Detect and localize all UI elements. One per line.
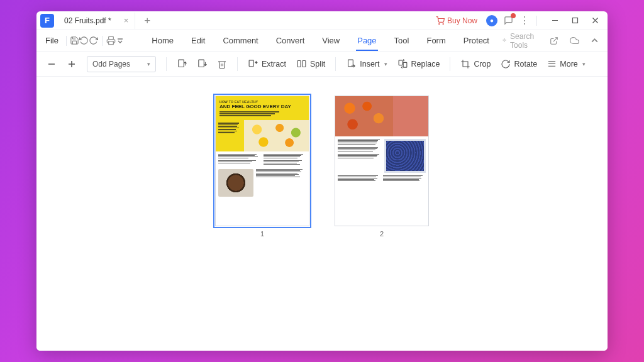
page-selection-dropdown[interactable]: Odd Pages ▾ [87, 56, 156, 72]
page-number-2: 2 [380, 230, 384, 238]
insert-icon [346, 58, 357, 69]
tab-home[interactable]: Home [143, 30, 182, 51]
page-thumbnail-1[interactable]: HOW TO EAT HEALTHY AND FEEL GOOD EVERY D… [215, 96, 309, 226]
buy-now-button[interactable]: Buy Now [436, 16, 477, 25]
app-logo: F [40, 14, 54, 28]
quickaccess-dropdown-icon[interactable] [116, 33, 124, 49]
zoom-out-button[interactable] [43, 55, 60, 73]
maximize-button[interactable] [566, 13, 584, 28]
tab-close-icon[interactable]: × [124, 16, 129, 25]
tab-comment[interactable]: Comment [214, 30, 267, 51]
extract-button[interactable]: Extract [244, 55, 290, 73]
search-tools-label: Search Tools [510, 32, 537, 50]
svg-rect-18 [403, 62, 407, 67]
rotate-button[interactable]: Rotate [497, 55, 541, 73]
sparkle-icon [502, 36, 507, 45]
document-tab[interactable]: 02 Fruits.pdf * × [58, 13, 135, 29]
new-tab-button[interactable]: + [139, 14, 155, 27]
rotate-label: Rotate [514, 60, 537, 69]
svg-rect-3 [572, 18, 577, 23]
page-thumb-wrapper: 2 [335, 96, 429, 238]
menu-tabs: Home Edit Comment Convert View Page Tool… [143, 30, 498, 51]
document-name: 02 Fruits.pdf * [64, 16, 111, 25]
svg-rect-12 [198, 60, 204, 67]
zoom-in-button[interactable] [63, 55, 80, 73]
tab-view[interactable]: View [313, 30, 348, 51]
split-button[interactable]: Split [292, 55, 329, 73]
app-window: F 02 Fruits.pdf * × + Buy Now ● ⋮ File [36, 11, 608, 351]
page-number-1: 1 [260, 230, 264, 238]
extract-label: Extract [262, 60, 286, 69]
tab-page[interactable]: Page [348, 30, 385, 51]
tab-tool[interactable]: Tool [386, 30, 418, 51]
svg-rect-16 [348, 60, 353, 67]
cloud-icon[interactable] [566, 33, 582, 49]
tab-edit[interactable]: Edit [182, 30, 214, 51]
tab-convert[interactable]: Convert [267, 30, 314, 51]
page-thumbnail-2[interactable] [335, 96, 429, 226]
page-thumbnails-area: HOW TO EAT HEALTHY AND FEEL GOOD EVERY D… [36, 77, 608, 351]
split-icon [296, 58, 307, 69]
svg-rect-11 [178, 60, 184, 67]
cart-icon [436, 16, 445, 25]
page1-title: AND FEEL GOOD EVERY DAY [219, 104, 305, 109]
page-toolbar: Odd Pages ▾ Extract Split Insert ▾ Repla… [36, 52, 608, 77]
search-tools[interactable]: Search Tools [498, 32, 541, 50]
delete-page-icon[interactable] [213, 55, 231, 73]
more-icon [547, 59, 557, 69]
close-button[interactable] [586, 13, 604, 28]
svg-point-0 [439, 23, 440, 24]
insert-page-after-icon[interactable] [193, 55, 211, 73]
rotate-icon [501, 59, 511, 69]
collapse-ribbon-icon[interactable] [586, 33, 602, 49]
print-icon[interactable] [106, 33, 116, 49]
buy-now-label: Buy Now [447, 16, 477, 25]
svg-point-1 [443, 23, 443, 24]
menu-bar: File Home Edit Comment Convert View Page… [36, 30, 608, 52]
more-button[interactable]: More ▾ [543, 55, 589, 73]
redo-icon[interactable] [89, 33, 98, 49]
svg-rect-17 [399, 60, 402, 65]
replace-label: Replace [411, 60, 440, 69]
chevron-down-icon: ▾ [147, 61, 150, 67]
tab-protect[interactable]: Protect [455, 30, 498, 51]
svg-rect-15 [303, 61, 306, 67]
chevron-down-icon: ▾ [582, 61, 586, 67]
svg-line-7 [553, 37, 557, 41]
more-menu-icon[interactable]: ⋮ [518, 14, 531, 28]
svg-rect-6 [109, 41, 114, 45]
user-avatar[interactable]: ● [485, 14, 499, 28]
crop-label: Crop [474, 60, 491, 69]
split-label: Split [310, 60, 325, 69]
tab-form[interactable]: Form [418, 30, 454, 51]
replace-icon [397, 58, 408, 69]
undo-icon[interactable] [79, 33, 89, 49]
page-thumb-wrapper: HOW TO EAT HEALTHY AND FEEL GOOD EVERY D… [215, 96, 309, 238]
page-selection-label: Odd Pages [92, 60, 130, 69]
svg-rect-14 [297, 61, 301, 67]
crop-button[interactable]: Crop [457, 55, 494, 73]
minimize-button[interactable] [546, 13, 564, 28]
notification-icon[interactable] [501, 14, 515, 28]
crop-icon [460, 59, 470, 69]
insert-page-before-icon[interactable] [173, 55, 191, 73]
more-label: More [560, 60, 577, 69]
share-icon[interactable] [546, 33, 562, 49]
extract-icon [248, 58, 258, 69]
replace-button[interactable]: Replace [394, 55, 444, 73]
file-menu[interactable]: File [42, 36, 62, 45]
save-icon[interactable] [70, 33, 79, 49]
insert-button[interactable]: Insert ▾ [342, 55, 391, 73]
chevron-down-icon: ▾ [384, 61, 387, 67]
svg-rect-13 [249, 60, 253, 67]
insert-label: Insert [360, 60, 379, 69]
title-bar: F 02 Fruits.pdf * × + Buy Now ● ⋮ [36, 11, 608, 30]
